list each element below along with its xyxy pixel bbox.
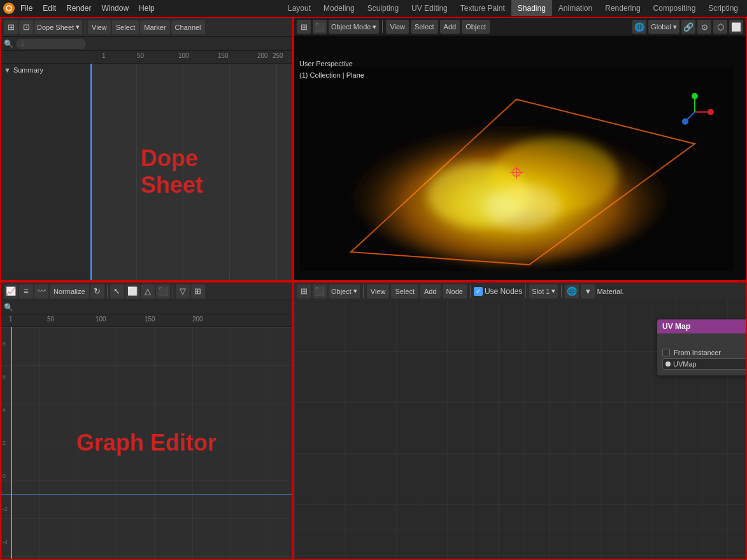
timeline-num-150: 150 (218, 52, 229, 59)
y-label-0: 0 (3, 473, 14, 479)
object-mode-dropdown[interactable]: Object Mode ▾ (329, 20, 379, 34)
dope-sheet-mode-dropdown[interactable]: Dope Sheet ▾ (34, 20, 82, 34)
viewport-editor-type-btn[interactable]: ⊞ (297, 20, 311, 34)
from-instancer-label: From Instancer (674, 349, 721, 356)
tab-modeling[interactable]: Modeling (317, 0, 361, 16)
dropdown-arrow-icon2: ▾ (373, 23, 376, 31)
ne-node-btn[interactable]: Node (443, 284, 467, 298)
global-label: Global (651, 23, 671, 31)
use-nodes-checkbox[interactable]: ✓ (474, 287, 483, 296)
ge-refresh-btn[interactable]: ↻ (90, 284, 104, 298)
ge-current-frame-line (11, 327, 12, 559)
tab-uv-editing[interactable]: UV Editing (405, 0, 454, 16)
viewport-global-btn[interactable]: 🌐 (632, 20, 646, 34)
graph-editor-toolbar: 📈 ≡ 〰 Normalize ↻ ↖ ⬜ △ ⬛ ▽ ⊞ (1, 283, 292, 300)
ne-add-btn[interactable]: Add (420, 284, 441, 298)
global-dropdown[interactable]: Global ▾ (648, 20, 679, 34)
menu-edit[interactable]: Edit (38, 3, 61, 14)
select-menu-btn[interactable]: Select (112, 20, 139, 34)
editor-mode-btn[interactable]: ⊡ (19, 20, 33, 34)
ne-select-btn[interactable]: Select (391, 284, 418, 298)
grid-line-200 (276, 64, 277, 280)
menu-file[interactable]: File (15, 3, 38, 14)
summary-item[interactable]: ▼ Summary (1, 64, 90, 76)
viewport-select-btn[interactable]: Select (411, 20, 438, 34)
tab-layout[interactable]: Layout (281, 0, 317, 16)
tab-shading[interactable]: Shading (511, 0, 552, 16)
separator (85, 21, 85, 34)
timeline-num-250: 250 (273, 52, 283, 59)
graph-editor-panel: 📈 ≡ 〰 Normalize ↻ ↖ ⬜ △ ⬛ ▽ ⊞ 🔍 1 50 100… (0, 281, 293, 560)
ge-box-icon[interactable]: ⬜ (125, 284, 139, 298)
workspace-tabs: Layout Modeling Sculpting UV Editing Tex… (281, 0, 744, 16)
ge-main-area[interactable]: 8 6 4 2 0 -2 -4 Graph Editor (1, 327, 292, 559)
viewport-background[interactable]: User Perspective (1) Collection | Plane (294, 36, 746, 280)
snap-btn[interactable]: 🔗 (681, 20, 695, 34)
uv-output-row: UV (662, 339, 746, 347)
tab-rendering[interactable]: Rendering (599, 0, 646, 16)
ge-filter-icon[interactable]: ▽ (176, 284, 190, 298)
viewport-object-btn[interactable]: Object (462, 20, 490, 34)
ge-view-options[interactable]: ⊞ (191, 284, 205, 298)
dope-sheet-main[interactable]: Dope Sheet (90, 64, 292, 280)
node-area[interactable]: UV Map UV From Instancer (294, 300, 746, 559)
marker-menu-btn[interactable]: Marker (140, 20, 169, 34)
frame-display: 1 (21, 40, 25, 47)
viewport-mode-icon[interactable]: ⬛ (313, 20, 327, 34)
object-mode-label: Object Mode (331, 23, 371, 31)
tab-scripting[interactable]: Scripting (702, 0, 744, 16)
svg-point-8 (485, 185, 561, 230)
ge-lasso-icon[interactable]: △ (141, 284, 155, 298)
viewport-view-btn[interactable]: View (386, 20, 409, 34)
channel-menu-btn[interactable]: Channel (171, 20, 205, 34)
tab-compositing[interactable]: Compositing (647, 0, 702, 16)
main-layout: ⊞ ⊡ Dope Sheet ▾ View Select Marker Chan… (0, 17, 747, 560)
grid-line-50 (136, 64, 137, 280)
ge-cursor-icon[interactable]: ⬛ (156, 284, 170, 298)
from-instancer-checkbox[interactable] (662, 349, 670, 356)
uvmap-dropdown[interactable]: UVMap ✕ (662, 358, 746, 370)
view-menu-btn[interactable]: View (88, 20, 111, 34)
ge-editor-type-btn[interactable]: 📈 (4, 284, 18, 298)
ne-mode-btn[interactable]: ⬛ (313, 284, 327, 298)
slot-label: Slot 1 (532, 288, 550, 295)
ge-mode-btn[interactable]: ≡ (19, 284, 33, 298)
ne-object-dropdown[interactable]: Object ▾ (329, 284, 360, 298)
uv-map-node-header: UV Map (657, 319, 746, 333)
use-nodes-toggle[interactable]: ✓ Use Nodes (474, 287, 522, 296)
slot-dropdown[interactable]: Slot 1 ▾ (529, 284, 558, 298)
editor-type-btn[interactable]: ⊞ (4, 20, 18, 34)
ge-timeline-header: 1 50 100 150 200 (1, 314, 292, 327)
viewport-panel: ⊞ ⬛ Object Mode ▾ View Select Add Object… (293, 17, 747, 281)
tab-sculpting[interactable]: Sculpting (361, 0, 405, 16)
ge-frame-200: 200 (192, 316, 203, 323)
xray-btn[interactable]: ⬜ (729, 20, 743, 34)
ge-zero-line (1, 494, 292, 494)
viewport-add-btn[interactable]: Add (440, 20, 460, 34)
ge-search-bar: 🔍 (1, 300, 292, 314)
svg-point-2 (7, 6, 11, 10)
node-editor-toolbar: ⊞ ⬛ Object ▾ View Select Add Node ✓ Use … (294, 283, 746, 300)
ne-material-icon[interactable]: 🌐 (565, 284, 579, 298)
tab-texture-paint[interactable]: Texture Paint (454, 0, 511, 16)
collection-label: (1) Collection | Plane (299, 70, 364, 81)
ge-normalize-icon[interactable]: 〰 (34, 284, 48, 298)
use-nodes-label: Use Nodes (485, 287, 522, 296)
ne-browse-btn[interactable]: ▾ (581, 284, 595, 298)
triangle-icon: ▼ (4, 66, 11, 74)
viewport-toolbar: ⊞ ⬛ Object Mode ▾ View Select Add Object… (294, 18, 746, 36)
menu-render[interactable]: Render (61, 3, 96, 14)
ne-view-btn[interactable]: View (367, 284, 390, 298)
ne-editor-type-btn[interactable]: ⊞ (297, 284, 311, 298)
menu-window[interactable]: Window (96, 3, 134, 14)
overlay-btn[interactable]: ⬡ (713, 20, 727, 34)
blender-logo-icon (3, 2, 15, 15)
dope-sheet-label: Dope Sheet (141, 145, 241, 199)
proportional-btn[interactable]: ⊙ (697, 20, 711, 34)
ge-select-icon[interactable]: ↖ (110, 284, 124, 298)
menu-help[interactable]: Help (134, 3, 160, 14)
perspective-label: User Perspective (299, 59, 364, 70)
timeline-num-1: 1 (102, 52, 106, 59)
ge-normalize-btn[interactable]: Normalize (50, 284, 89, 298)
tab-animation[interactable]: Animation (552, 0, 599, 16)
